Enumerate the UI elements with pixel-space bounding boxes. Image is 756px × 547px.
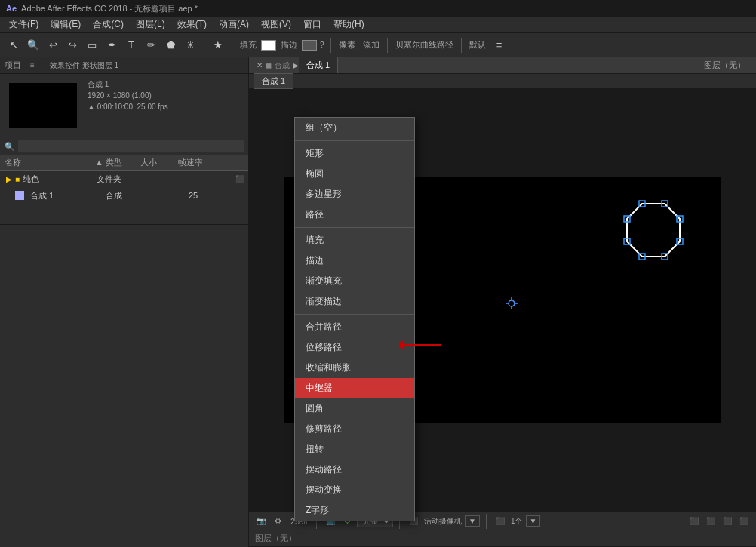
comp-mask-btn[interactable]: ⬛ (720, 515, 735, 527)
col-size[interactable]: 大小 (136, 157, 174, 168)
separator-2 (232, 38, 232, 53)
tool-stamp[interactable]: ⬟ (161, 36, 180, 54)
menu-view[interactable]: 视图(V) (255, 17, 297, 32)
stroke-swatch[interactable] (302, 40, 317, 51)
ctx-repeater[interactable]: 中继器 (295, 378, 414, 398)
app-title: Adobe After Effects CC 2018 - 无标题项目.aep … (21, 3, 198, 14)
comp-motion-btn[interactable]: ⬛ (703, 515, 718, 527)
tool-brush[interactable]: ✏ (142, 36, 160, 54)
ctx-round-corners[interactable]: 圆角 (295, 398, 414, 419)
file-row-1[interactable]: 合成 1 合成 25 (0, 187, 248, 204)
ctx-wiggle-paths[interactable]: 摆动路径 (295, 459, 414, 480)
tool-star[interactable]: ★ (209, 36, 227, 54)
ctx-path[interactable]: 路径 (295, 204, 414, 225)
menu-file[interactable]: 文件(F) (3, 17, 45, 32)
tool-misc[interactable]: ✳ (181, 36, 199, 54)
ctx-wiggle-transform[interactable]: 摆动变换 (295, 480, 414, 500)
ctx-zig-zag[interactable]: Z字形 (295, 500, 414, 521)
effect-controls-label: 效果控件 形状图层 1 (50, 60, 118, 71)
comp-resolution: 1920 × 1080 (1.00) (88, 90, 168, 101)
comp-grid-btn[interactable]: ⚙ (272, 515, 284, 527)
comp-icon (15, 191, 24, 200)
comp-subtab: 合成 1 (249, 74, 756, 89)
fill-label: 填充 (237, 39, 260, 51)
context-menu: 组（空） 矩形 椭圆 多边星形 路径 填充 描边 渐变填充 渐变描边 合并路径 … (294, 117, 415, 521)
layer-panel-label: 图层（无） (255, 533, 297, 544)
folder-swatch: ■ (15, 175, 20, 183)
comp-camera-btn[interactable]: 📷 (254, 515, 269, 527)
comp-tab-active[interactable]: 合成 1 (299, 57, 338, 73)
layer-info: 图层（无） (698, 60, 751, 71)
ctx-sep-1 (295, 227, 414, 228)
panel-project-title: 项目 (5, 60, 21, 71)
ctx-fill[interactable]: 填充 (295, 230, 414, 250)
menu-help[interactable]: 帮助(H) (327, 17, 370, 32)
folder-icon: ▶ (6, 175, 12, 183)
layer-panel-sub-header: 图层（无） (249, 530, 756, 547)
fill-swatch[interactable] (261, 40, 276, 51)
project-thumbnail (9, 83, 77, 128)
file-type-0: 文件夹 (95, 174, 140, 185)
comp-name: 合成 1 (88, 78, 168, 90)
tool-text[interactable]: T (122, 36, 140, 54)
file-extra-0: ⬛ (235, 175, 244, 183)
tool-pen[interactable]: ✒ (103, 36, 121, 54)
project-info: 合成 1 1920 × 1080 (1.00) ▲ 0:00:10:00, 25… (0, 74, 248, 137)
menu-compose[interactable]: 合成(C) (87, 17, 130, 32)
ctx-trim-paths[interactable]: 修剪路径 (295, 419, 414, 439)
comp-tab-bar: ✕ ◼ 合成 ▶ 合成 1 图层（无） (249, 57, 756, 74)
ctx-sep-2 (295, 314, 414, 315)
comp-breadcrumb: 合成 (275, 60, 290, 71)
ctx-gradient-fill[interactable]: 渐变填充 (295, 271, 414, 291)
comp-snap-btn[interactable]: ⬛ (687, 515, 702, 527)
ctx-gradient-stroke[interactable]: 渐变描边 (295, 291, 414, 312)
menu-window[interactable]: 窗口 (297, 17, 327, 32)
menu-edit[interactable]: 编辑(E) (45, 17, 87, 32)
ctx-sep-0 (295, 140, 414, 141)
comp-panel-close[interactable]: ✕ (254, 61, 266, 69)
comp-view-dropdown[interactable]: ▼ (465, 515, 480, 527)
title-bar: Ae Adobe After Effects CC 2018 - 无标题项目.a… (0, 0, 756, 17)
file-name-1: 合成 1 (14, 190, 104, 201)
shape-octagon[interactable] (623, 200, 684, 260)
ctx-stroke[interactable]: 描边 (295, 250, 414, 271)
comp-count-btn[interactable]: ⬛ (493, 515, 508, 527)
menu-layer[interactable]: 图层(L) (130, 17, 171, 32)
comp-panel-icon: ◼ (266, 61, 272, 69)
ctx-merge-paths[interactable]: 合并路径 (295, 317, 414, 337)
search-input[interactable] (18, 140, 244, 152)
bezier-label: 贝塞尔曲线路径 (392, 39, 456, 51)
file-row-0[interactable]: ▶ ■ 纯色 文件夹 ⬛ (0, 171, 248, 187)
comp-count-dropdown[interactable]: ▼ (526, 515, 541, 527)
tool-undo[interactable]: ↩ (44, 36, 62, 54)
tool-rect[interactable]: ▭ (83, 36, 101, 54)
ctx-offset-paths[interactable]: 位移路径 (295, 337, 414, 358)
ctx-pucker-bloat[interactable]: 收缩和膨胀 (295, 358, 414, 378)
left-panel: 项目 ≡ 效果控件 形状图层 1 合成 1 1920 × 1080 (1.00)… (0, 57, 249, 547)
comp-render-btn[interactable]: ⬛ (736, 515, 751, 527)
col-name[interactable]: 名称 (0, 157, 91, 168)
menu-effects[interactable]: 效果(T) (171, 17, 213, 32)
comp-right-controls: ⬛ ⬛ ⬛ ⬛ (687, 515, 751, 527)
ctx-rect[interactable]: 矩形 (295, 143, 414, 164)
default-label: 默认 (466, 39, 489, 51)
tool-arrow[interactable]: ↖ (5, 36, 23, 54)
project-panel: 合成 1 1920 × 1080 (1.00) ▲ 0:00:10:00, 25… (0, 74, 248, 225)
col-type[interactable]: ▲ 类型 (91, 157, 136, 168)
ctx-polystar[interactable]: 多边星形 (295, 184, 414, 204)
menu-bar: 文件(F) 编辑(E) 合成(C) 图层(L) 效果(T) 动画(A) 视图(V… (0, 17, 756, 33)
comp-sub-tab-1[interactable]: 合成 1 (254, 73, 293, 89)
ctx-twist[interactable]: 扭转 (295, 439, 414, 459)
menu-animate[interactable]: 动画(A) (213, 17, 255, 32)
comp-duration: ▲ 0:00:10:00, 25.00 fps (88, 101, 168, 112)
ctx-ellipse[interactable]: 椭圆 (295, 164, 414, 184)
tool-menu[interactable]: ≡ (490, 36, 509, 54)
tool-search[interactable]: 🔍 (24, 36, 42, 54)
anchor-point (502, 294, 521, 312)
arrow-indicator (400, 337, 445, 355)
panel-header-project: 项目 ≡ 效果控件 形状图层 1 (0, 57, 248, 74)
col-fps[interactable]: 帧速率 (174, 157, 211, 168)
ctx-group-empty[interactable]: 组（空） (295, 118, 414, 138)
search-bar: 🔍 (0, 137, 248, 155)
tool-redo[interactable]: ↪ (63, 36, 81, 54)
